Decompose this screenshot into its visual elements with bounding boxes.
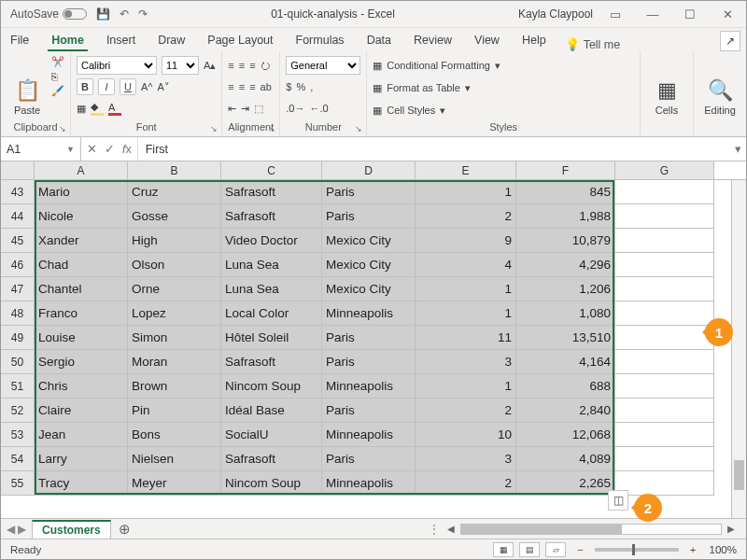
cell[interactable]: 1: [416, 301, 516, 326]
decrease-indent-icon[interactable]: ⇤: [228, 103, 236, 115]
increase-decimal-icon[interactable]: .0→: [286, 103, 304, 114]
cell[interactable]: Safrasoft: [221, 180, 322, 204]
borders-icon[interactable]: ▦: [77, 103, 86, 115]
sheet-split-icon[interactable]: ⋮: [429, 523, 440, 536]
cell[interactable]: [615, 180, 714, 204]
cell[interactable]: SocialU: [221, 423, 322, 447]
cell[interactable]: 9: [416, 229, 516, 253]
close-button[interactable]: ✕: [709, 1, 746, 27]
align-left-icon[interactable]: ≡: [228, 81, 233, 92]
cell[interactable]: 688: [516, 374, 615, 399]
cell[interactable]: 2,840: [516, 399, 615, 423]
cell[interactable]: 4,164: [516, 350, 615, 374]
cell[interactable]: Olson: [128, 253, 221, 277]
cell[interactable]: [615, 229, 714, 253]
cell[interactable]: Safrasoft: [221, 447, 322, 471]
cell[interactable]: Paris: [322, 350, 416, 374]
cell[interactable]: Larry: [35, 447, 128, 471]
cell[interactable]: High: [128, 229, 221, 253]
cell[interactable]: [615, 350, 714, 374]
scrollbar-thumb[interactable]: [734, 460, 744, 490]
cell[interactable]: Bons: [128, 423, 221, 447]
cell[interactable]: Mexico City: [322, 277, 416, 301]
italic-button[interactable]: I: [98, 78, 115, 95]
tab-help[interactable]: Help: [518, 30, 550, 51]
cell[interactable]: Louise: [35, 326, 128, 350]
cell[interactable]: 4,296: [516, 253, 615, 277]
cell[interactable]: 2,265: [516, 471, 615, 496]
font-name-select[interactable]: Calibri: [77, 56, 157, 75]
page-break-view-button[interactable]: ▱: [545, 542, 566, 557]
accounting-icon[interactable]: $: [286, 81, 291, 92]
orientation-icon[interactable]: ⭮: [261, 60, 271, 71]
tab-home[interactable]: Home: [48, 30, 88, 51]
new-sheet-button[interactable]: ⊕: [111, 521, 138, 538]
copy-icon[interactable]: ⎘: [51, 71, 64, 82]
tab-data[interactable]: Data: [363, 30, 395, 51]
save-icon[interactable]: 💾: [96, 7, 110, 21]
format-as-table-button[interactable]: ▦ Format as Table ▾: [373, 78, 500, 97]
cut-icon[interactable]: ✂️: [51, 56, 64, 68]
percent-icon[interactable]: %: [296, 81, 305, 92]
zoom-in-button[interactable]: +: [686, 544, 700, 555]
row-header[interactable]: 52: [1, 399, 35, 423]
cell[interactable]: Chris: [35, 374, 128, 399]
dialog-launcher-icon[interactable]: ↘: [210, 124, 218, 133]
row-header[interactable]: 51: [1, 374, 35, 399]
bold-button[interactable]: B: [77, 78, 93, 95]
increase-font-icon[interactable]: A▴: [204, 60, 216, 72]
cell[interactable]: Nincom Soup: [221, 374, 322, 399]
cell[interactable]: Paris: [322, 399, 416, 423]
cell[interactable]: Nincom Soup: [221, 471, 322, 496]
cell[interactable]: 12,068: [516, 423, 615, 447]
cell[interactable]: Minneapolis: [322, 301, 416, 326]
cell[interactable]: Brown: [128, 374, 221, 399]
cell[interactable]: [615, 399, 714, 423]
column-header[interactable]: D: [322, 161, 416, 179]
column-header[interactable]: B: [128, 161, 221, 179]
row-header[interactable]: 46: [1, 253, 35, 277]
zoom-out-button[interactable]: −: [573, 544, 587, 555]
tab-page-layout[interactable]: Page Layout: [204, 30, 276, 51]
cell[interactable]: Tracy: [35, 471, 128, 496]
name-box[interactable]: A1 ▼: [1, 137, 81, 161]
tab-insert[interactable]: Insert: [103, 30, 139, 51]
conditional-formatting-button[interactable]: ▦ Conditional Formatting ▾: [373, 56, 500, 75]
wrap-text-icon[interactable]: ab: [261, 81, 272, 92]
cell[interactable]: 1,988: [516, 204, 615, 229]
align-middle-icon[interactable]: ≡: [239, 60, 245, 71]
dialog-launcher-icon[interactable]: ↘: [59, 124, 66, 133]
cancel-icon[interactable]: ✕: [87, 142, 97, 156]
column-header[interactable]: C: [221, 161, 322, 179]
align-right-icon[interactable]: ≡: [249, 81, 255, 92]
cell[interactable]: Mexico City: [322, 229, 416, 253]
cell[interactable]: 1: [416, 277, 516, 301]
cell[interactable]: Nielsen: [128, 447, 221, 471]
editing-button[interactable]: 🔍 Editing: [699, 56, 740, 116]
scroll-right-icon[interactable]: ▶: [726, 524, 737, 534]
sheet-tab-customers[interactable]: Customers: [32, 520, 111, 539]
cell[interactable]: [615, 471, 714, 496]
cell[interactable]: Chantel: [35, 277, 128, 301]
font-color-button[interactable]: A: [108, 102, 121, 116]
align-bottom-icon[interactable]: ≡: [249, 60, 255, 71]
cell[interactable]: Minneapolis: [322, 471, 416, 496]
cell[interactable]: Paris: [322, 326, 416, 350]
column-header[interactable]: E: [416, 161, 516, 179]
cells-area[interactable]: MarioCruzSafrasoftParis1845NicoleGosseSa…: [35, 180, 746, 518]
underline-button[interactable]: U: [120, 78, 136, 95]
hscroll-thumb[interactable]: [461, 525, 622, 534]
cell[interactable]: Moran: [128, 350, 221, 374]
cell[interactable]: Local Color: [221, 301, 322, 326]
zoom-level[interactable]: 100%: [700, 544, 746, 555]
redo-icon[interactable]: ↷: [138, 7, 148, 21]
page-layout-view-button[interactable]: ▤: [519, 542, 540, 557]
cell[interactable]: [615, 374, 714, 399]
cell[interactable]: Sergio: [35, 350, 128, 374]
tab-view[interactable]: View: [471, 30, 503, 51]
ribbon-options-button[interactable]: ▭: [597, 1, 634, 27]
cell[interactable]: [615, 301, 714, 326]
select-all-corner[interactable]: [1, 161, 35, 179]
cell[interactable]: 10: [416, 423, 516, 447]
cell[interactable]: Paris: [322, 180, 416, 204]
